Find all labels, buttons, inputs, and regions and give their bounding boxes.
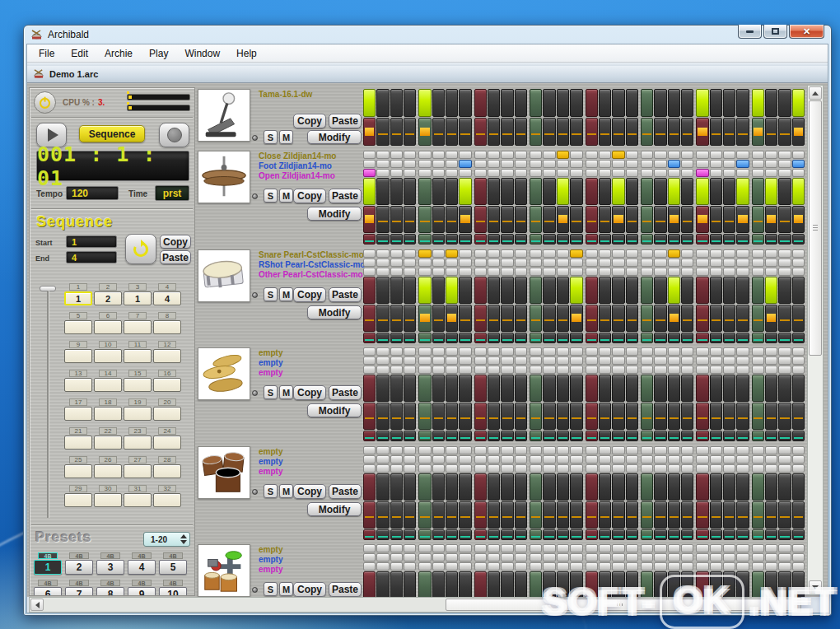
- step-cell[interactable]: [501, 160, 513, 168]
- step-cell[interactable]: [515, 375, 527, 402]
- step-cell[interactable]: [404, 403, 416, 430]
- step-cell[interactable]: [599, 268, 611, 276]
- step-cell[interactable]: [501, 178, 513, 205]
- step-cell[interactable]: [752, 501, 764, 529]
- step-cell[interactable]: [570, 333, 582, 343]
- step-cell[interactable]: [792, 249, 805, 258]
- step-cell[interactable]: [668, 178, 680, 205]
- step-cell[interactable]: [710, 249, 722, 258]
- step-cell[interactable]: [570, 562, 582, 571]
- step-cell[interactable]: [363, 403, 376, 430]
- step-cell[interactable]: [612, 305, 624, 332]
- pattern-slot-button[interactable]: [64, 349, 92, 363]
- step-cell[interactable]: [681, 366, 693, 374]
- step-cell[interactable]: [446, 562, 458, 571]
- step-cell[interactable]: [736, 366, 749, 374]
- step-cell[interactable]: [641, 529, 653, 540]
- step-cell[interactable]: [752, 118, 764, 146]
- step-cell[interactable]: [515, 206, 527, 233]
- step-cell[interactable]: [488, 553, 500, 561]
- step-cell[interactable]: [752, 249, 764, 258]
- step-cell[interactable]: [792, 89, 805, 117]
- step-cell[interactable]: [432, 473, 445, 501]
- step-cell[interactable]: [488, 501, 500, 529]
- mute-button[interactable]: M: [279, 582, 293, 596]
- step-cell[interactable]: [543, 151, 555, 159]
- step-cell[interactable]: [668, 473, 680, 501]
- step-cell[interactable]: [654, 375, 666, 402]
- step-cell[interactable]: [736, 305, 749, 332]
- step-cell[interactable]: [459, 562, 471, 571]
- step-cell[interactable]: [765, 553, 777, 561]
- step-cell[interactable]: [736, 562, 749, 571]
- step-cell[interactable]: [363, 259, 376, 267]
- step-cell[interactable]: [612, 118, 624, 146]
- step-cell[interactable]: [376, 529, 389, 540]
- step-cell[interactable]: [612, 529, 624, 540]
- step-cell[interactable]: [363, 249, 376, 258]
- step-cell[interactable]: [612, 375, 624, 402]
- step-cell[interactable]: [641, 544, 653, 552]
- step-cell[interactable]: [736, 89, 749, 117]
- step-cell[interactable]: [418, 375, 431, 402]
- step-cell[interactable]: [765, 431, 777, 441]
- step-cell[interactable]: [736, 178, 749, 205]
- step-cell[interactable]: [432, 169, 445, 177]
- step-cell[interactable]: [501, 366, 513, 374]
- step-cell[interactable]: [586, 562, 598, 571]
- step-cell[interactable]: [668, 151, 680, 159]
- step-cell[interactable]: [501, 169, 513, 177]
- step-cell[interactable]: [501, 501, 513, 529]
- step-cell[interactable]: [736, 234, 749, 245]
- step-cell[interactable]: [586, 305, 598, 332]
- step-cell[interactable]: [586, 178, 598, 205]
- step-cell[interactable]: [418, 206, 431, 233]
- step-cell[interactable]: [530, 501, 542, 529]
- step-cell[interactable]: [446, 178, 458, 205]
- step-cell[interactable]: [459, 446, 471, 454]
- step-cell[interactable]: [586, 277, 598, 304]
- step-cell[interactable]: [792, 305, 805, 332]
- step-cell[interactable]: [501, 431, 513, 441]
- step-cell[interactable]: [376, 403, 389, 430]
- track-copy-button[interactable]: Copy: [293, 582, 326, 597]
- track-modify-button[interactable]: Modify: [307, 502, 362, 516]
- step-cell[interactable]: [599, 178, 611, 205]
- step-cell[interactable]: [736, 333, 749, 343]
- step-cell[interactable]: [376, 501, 389, 529]
- step-cell[interactable]: [474, 446, 487, 454]
- step-cell[interactable]: [612, 403, 624, 430]
- step-cell[interactable]: [404, 366, 416, 374]
- track-paste-button[interactable]: Paste: [329, 189, 362, 203]
- step-cell[interactable]: [710, 544, 722, 552]
- step-cell[interactable]: [432, 431, 445, 441]
- step-cell[interactable]: [626, 169, 638, 177]
- pattern-slot-button[interactable]: 2: [94, 291, 122, 305]
- step-cell[interactable]: [557, 529, 569, 540]
- step-cell[interactable]: [376, 268, 389, 276]
- step-cell[interactable]: [641, 366, 653, 374]
- step-cell[interactable]: [696, 89, 708, 117]
- track-copy-button[interactable]: Copy: [293, 484, 326, 499]
- step-cell[interactable]: [488, 571, 500, 597]
- maximize-button[interactable]: [763, 25, 787, 39]
- step-cell[interactable]: [474, 375, 487, 402]
- step-cell[interactable]: [530, 89, 542, 117]
- step-cell[interactable]: [459, 347, 471, 356]
- step-cell[interactable]: [376, 169, 389, 177]
- step-cell[interactable]: [752, 544, 764, 552]
- step-cell[interactable]: [723, 473, 735, 501]
- step-cell[interactable]: [570, 553, 582, 561]
- step-cell[interactable]: [723, 169, 735, 177]
- step-cell[interactable]: [557, 305, 569, 332]
- step-cell[interactable]: [515, 553, 527, 561]
- step-cell[interactable]: [446, 305, 458, 332]
- step-cell[interactable]: [641, 178, 653, 205]
- step-cell[interactable]: [363, 347, 376, 356]
- step-cell[interactable]: [696, 160, 708, 168]
- step-cell[interactable]: [404, 178, 416, 205]
- step-cell[interactable]: [474, 501, 487, 529]
- solo-button[interactable]: S: [264, 130, 278, 144]
- preset-button[interactable]: 6: [34, 587, 62, 596]
- step-cell[interactable]: [765, 356, 777, 365]
